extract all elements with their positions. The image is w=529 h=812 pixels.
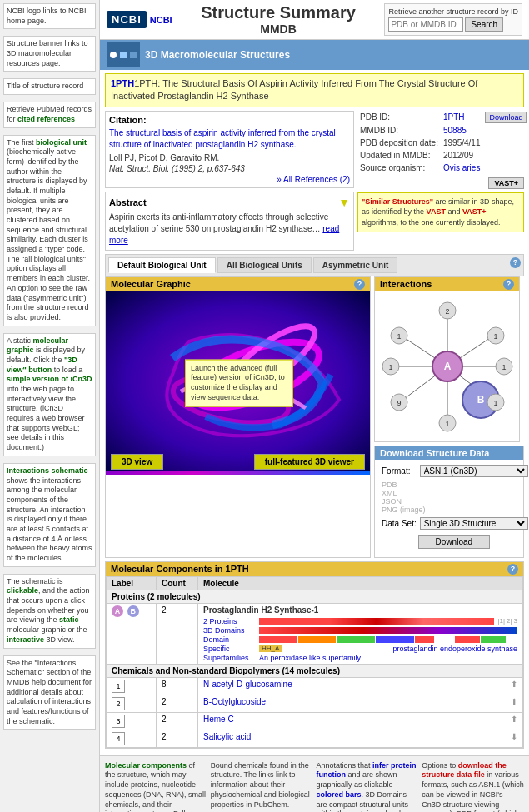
similar-note: "Similar Structures" are similar in 3D s…	[357, 192, 524, 232]
pdb-id-label: PDB ID:	[357, 111, 441, 124]
right-col: PDB ID: 1PTH Download ? MMDB ID: 50885 ?	[357, 111, 524, 251]
bar-proteins-visual	[259, 618, 494, 625]
ann-download: Options to download the structure data f…	[422, 761, 524, 812]
chem-name-2[interactable]: B-Octylglucoside ⬆	[198, 695, 523, 712]
mmdb-id-value: 50885	[441, 124, 483, 137]
interactions-help-icon[interactable]: ?	[503, 279, 514, 290]
interactions-schematic[interactable]: A B 2 1 1	[381, 296, 514, 437]
badge-b[interactable]: B	[127, 605, 139, 617]
interactions-header: Interactions ?	[375, 277, 519, 291]
proteins-header-text: Proteins (2 molecules)	[107, 590, 523, 603]
left-col: Citation: The structural basis of aspiri…	[105, 111, 354, 251]
col-molecule: Molecule	[198, 576, 523, 590]
ann-help: See the "Interactions Schematic" section…	[3, 655, 96, 730]
tab-all-biological-units[interactable]: All Biological Units	[217, 257, 312, 273]
svg-text:1: 1	[397, 332, 401, 341]
format-select[interactable]: ASN.1 (Cn3D) PDB XML JSON PNG (image)	[420, 465, 528, 477]
abstract-arrow[interactable]: ▼	[338, 196, 350, 209]
bar-domain: Domain	[203, 635, 517, 644]
peroxidase-text[interactable]: An peroxidase like superfamily	[259, 654, 361, 662]
mol-table: Label Count Molecule Proteins (2 molecul…	[106, 576, 523, 748]
svg-text:1: 1	[502, 363, 506, 371]
source-value[interactable]: Ovis aries	[441, 162, 483, 174]
graphic-interactions: Molecular Graphic ?	[105, 276, 524, 558]
abstract-text: Aspirin exerts its anti-inflammatory eff…	[109, 212, 350, 247]
chem-name-4[interactable]: Salicylic acid ⬇	[198, 730, 523, 747]
protein-count: 2	[157, 603, 198, 664]
ncbi-logo[interactable]: NCBI	[107, 11, 147, 28]
chem-num-1: 1	[107, 677, 157, 695]
ann-clickable: The schematic is clickable, and the acti…	[3, 574, 96, 649]
tab-default-biological-unit[interactable]: Default Biological Unit	[108, 257, 216, 273]
chem-num-2: 2	[107, 695, 157, 712]
header-title: Structure Summary MMDB	[201, 3, 356, 36]
tabs-help-icon[interactable]: ?	[510, 257, 521, 268]
chem-row-2: 2 2 B-Octylglucoside ⬆	[107, 695, 523, 712]
vast-button[interactable]: VAST+	[488, 177, 524, 189]
format-label: Format:	[380, 465, 418, 477]
all-refs-link[interactable]: » All References (2)	[109, 175, 350, 184]
chem-name-1[interactable]: N-acetyl-D-glucosamine ⬆	[198, 677, 523, 695]
svg-text:1: 1	[445, 420, 449, 428]
mol-help-icon[interactable]: ?	[507, 564, 518, 575]
interactions-panel: Interactions ?	[374, 276, 520, 442]
molecular-image: Launch the advanced (full feature) versi…	[106, 291, 370, 475]
record-title-block: 1PTH1PTH: The Structural Basis Of Aspiri…	[105, 73, 524, 107]
link-domain[interactable]: Domain	[203, 635, 257, 644]
citation-block: Citation: The structural basis of aspiri…	[105, 111, 354, 188]
link-3ddomains[interactable]: 3D Domains	[203, 626, 257, 635]
svg-text:B: B	[477, 394, 484, 406]
badge-a[interactable]: A	[112, 605, 123, 617]
svg-text:9: 9	[397, 399, 401, 407]
left-annotations: NCBI logo links to NCBI home page. Struc…	[0, 0, 100, 812]
search-input[interactable]	[388, 17, 463, 32]
structure-banner[interactable]: 3D Macromolecular Structures	[100, 40, 529, 70]
chem-row-4: 4 2 Salicylic acid ⬇	[107, 730, 523, 747]
chem-row-1: 1 8 N-acetyl-D-glucosamine ⬆	[107, 677, 523, 695]
search-button[interactable]: Search	[465, 17, 503, 32]
page-subtitle: MMDB	[201, 22, 356, 36]
ann-banner: Structure banner links to 3D macromolecu…	[3, 36, 96, 72]
header-logo[interactable]: NCBI NCBI	[107, 11, 172, 28]
format-xml-text: XML	[382, 489, 527, 497]
ann-graphic: A static molecular graphic is displayed …	[3, 333, 96, 456]
btn-full-viewer[interactable]: full-featured 3D viewer	[254, 454, 365, 470]
chem-name-3[interactable]: Heme C ⬆	[198, 712, 523, 730]
ann-bound-chemicals: Bound chemicals found in the structure. …	[211, 761, 313, 812]
bar-domains-visual	[259, 627, 517, 634]
chem-num-4: 4	[107, 730, 157, 747]
ann-interactions: Interactions schematic shows the interac…	[3, 463, 96, 567]
download-format-table: Format: ASN.1 (Cn3D) PDB XML JSON PNG (i…	[378, 463, 529, 554]
download-structure-button[interactable]: Download	[418, 535, 490, 549]
download-button-small[interactable]: Download	[485, 112, 527, 123]
molecular-graphic-header: Molecular Graphic ?	[106, 277, 370, 291]
format-png-text: PNG (image)	[382, 506, 527, 514]
pdb-id-value[interactable]: 1PTH	[441, 111, 483, 124]
tab-asymmetric-unit[interactable]: Asymmetric Unit	[313, 257, 397, 273]
protein-details: Prostaglandin H2 Synthase-1 2 Proteins |…	[198, 603, 523, 664]
dataset-select[interactable]: Single 3D Structure	[420, 517, 528, 530]
tabs-row: Default Biological Unit All Biological U…	[105, 254, 524, 276]
link-superfamilies[interactable]: Superfamilies	[203, 654, 257, 662]
prostaglandin-text[interactable]: prostaglandin endoperoxide synthase	[392, 645, 517, 653]
btn-3d-view[interactable]: 3D view	[111, 454, 163, 470]
link-specific[interactable]: Specific	[203, 645, 257, 653]
col-label: Label	[107, 576, 157, 590]
ann-pubmed: Retrieve PubMed records for cited refere…	[3, 102, 96, 127]
specific-bars: HH_A	[259, 645, 387, 652]
updated-label: Updated in MMDB:	[357, 149, 441, 162]
search-label: Retrieve another structure record by ID	[388, 7, 518, 16]
bottom-annotations: Molecular components of the structure, w…	[100, 755, 529, 812]
graphic-help-icon[interactable]: ?	[354, 279, 365, 290]
chem-count-3: 2	[157, 712, 198, 730]
protein-name: Prostaglandin H2 Synthase-1	[203, 605, 517, 615]
chem-num-3: 3	[107, 712, 157, 730]
citation-text[interactable]: The structural basis of aspirin activity…	[109, 127, 350, 151]
advanced-tooltip: Launch the advanced (full feature) versi…	[185, 359, 293, 406]
chem-count-1: 8	[157, 677, 198, 695]
chem-row-3: 3 2 Heme C ⬆	[107, 712, 523, 730]
source-label: Source organism:	[357, 162, 441, 174]
link-2proteins[interactable]: 2 Proteins	[203, 617, 257, 625]
record-id[interactable]: 1PTH	[111, 78, 134, 88]
domain-bars	[259, 636, 450, 643]
